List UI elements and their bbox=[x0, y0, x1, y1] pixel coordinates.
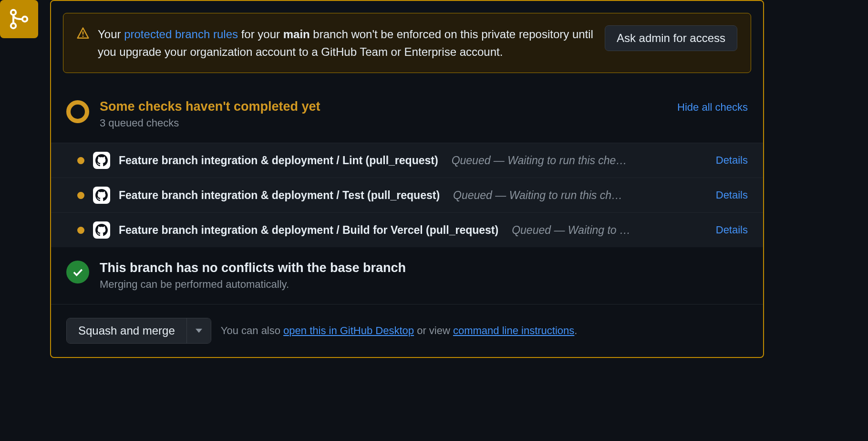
github-actions-icon bbox=[93, 187, 110, 204]
toggle-checks-link[interactable]: Hide all checks bbox=[677, 101, 748, 114]
svg-point-2 bbox=[22, 17, 27, 21]
ask-admin-button[interactable]: Ask admin for access bbox=[605, 25, 737, 51]
protected-branch-rules-link[interactable]: protected branch rules bbox=[124, 28, 238, 41]
check-name: Feature branch integration & deployment … bbox=[119, 154, 438, 167]
conflict-title: This branch has no conflicts with the ba… bbox=[100, 261, 406, 275]
github-actions-icon bbox=[93, 221, 110, 239]
merge-options-dropdown[interactable] bbox=[186, 318, 211, 343]
pending-status-icon bbox=[66, 100, 89, 123]
merge-button-group: Squash and merge bbox=[66, 318, 211, 344]
svg-point-1 bbox=[11, 23, 16, 28]
protected-branch-warning: Your protected branch rules for your mai… bbox=[63, 13, 751, 73]
github-actions-icon bbox=[93, 152, 110, 169]
check-status: Queued — Waiting to run this ch… bbox=[453, 189, 707, 202]
check-status: Queued — Waiting to … bbox=[512, 224, 707, 237]
checks-title: Some checks haven't completed yet bbox=[100, 99, 667, 114]
queued-dot-icon bbox=[77, 157, 84, 164]
success-check-icon bbox=[66, 261, 89, 284]
check-row: Feature branch integration & deployment … bbox=[51, 212, 763, 247]
merge-conflict-status: This branch has no conflicts with the ba… bbox=[51, 247, 763, 304]
check-name: Feature branch integration & deployment … bbox=[119, 224, 498, 237]
merge-status-badge bbox=[0, 0, 38, 38]
open-desktop-link[interactable]: open this in GitHub Desktop bbox=[283, 325, 414, 336]
check-details-link[interactable]: Details bbox=[716, 224, 748, 236]
check-name: Feature branch integration & deployment … bbox=[119, 189, 440, 202]
conflict-subtitle: Merging can be performed automatically. bbox=[100, 278, 406, 291]
queued-dot-icon bbox=[77, 192, 84, 199]
queued-dot-icon bbox=[77, 227, 84, 234]
merge-panel: Your protected branch rules for your mai… bbox=[50, 0, 764, 358]
squash-merge-button[interactable]: Squash and merge bbox=[67, 318, 186, 343]
warning-text: Your protected branch rules for your mai… bbox=[98, 25, 596, 61]
check-row: Feature branch integration & deployment … bbox=[51, 178, 763, 212]
panel-pointer bbox=[50, 14, 51, 28]
check-details-link[interactable]: Details bbox=[716, 189, 748, 201]
check-status: Queued — Waiting to run this che… bbox=[452, 154, 707, 167]
alert-icon bbox=[77, 27, 89, 42]
svg-point-0 bbox=[11, 10, 16, 15]
svg-rect-4 bbox=[83, 36, 84, 37]
checks-subtitle: 3 queued checks bbox=[100, 117, 667, 129]
git-merge-icon bbox=[8, 8, 31, 31]
checks-summary: Some checks haven't completed yet 3 queu… bbox=[51, 85, 763, 143]
cli-instructions-link[interactable]: command line instructions bbox=[453, 325, 574, 336]
svg-rect-3 bbox=[83, 32, 84, 35]
check-details-link[interactable]: Details bbox=[716, 154, 748, 167]
merge-actions: Squash and merge You can also open this … bbox=[51, 304, 763, 357]
check-row: Feature branch integration & deployment … bbox=[51, 143, 763, 178]
caret-down-icon bbox=[196, 328, 202, 333]
merge-help-text: You can also open this in GitHub Desktop… bbox=[221, 325, 578, 337]
